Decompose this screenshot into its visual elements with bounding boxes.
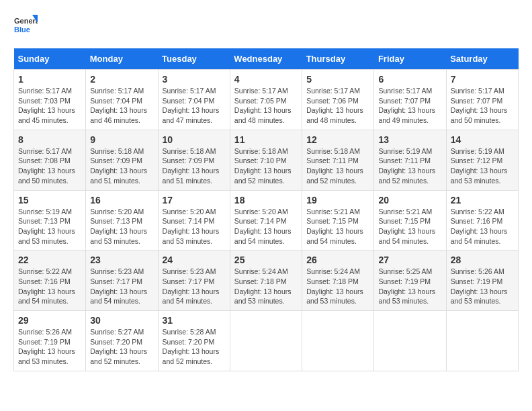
day-info: Sunrise: 5:19 AM Sunset: 7:12 PM Dayligh…	[451, 146, 514, 186]
day-info: Sunrise: 5:25 AM Sunset: 7:19 PM Dayligh…	[378, 267, 441, 306]
calendar-day-cell: 26 Sunrise: 5:24 AM Sunset: 7:18 PM Dayl…	[302, 250, 374, 311]
day-info: Sunrise: 5:17 AM Sunset: 7:07 PM Dayligh…	[378, 86, 441, 126]
calendar-week-row: 22 Sunrise: 5:22 AM Sunset: 7:16 PM Dayl…	[14, 250, 519, 311]
calendar-day-cell: 11 Sunrise: 5:18 AM Sunset: 7:10 PM Dayl…	[230, 130, 302, 190]
calendar-table: SundayMondayTuesdayWednesdayThursdayFrid…	[13, 48, 519, 371]
day-info: Sunrise: 5:17 AM Sunset: 7:08 PM Dayligh…	[18, 146, 81, 186]
day-number: 24	[163, 255, 226, 265]
day-number: 2	[90, 74, 153, 85]
calendar-day-cell: 7 Sunrise: 5:17 AM Sunset: 7:07 PM Dayli…	[446, 70, 518, 130]
day-info: Sunrise: 5:18 AM Sunset: 7:10 PM Dayligh…	[234, 146, 298, 186]
day-number: 8	[18, 134, 81, 145]
calendar-day-cell: 19 Sunrise: 5:21 AM Sunset: 7:15 PM Dayl…	[302, 190, 374, 250]
day-info: Sunrise: 5:17 AM Sunset: 7:05 PM Dayligh…	[234, 86, 298, 126]
day-number: 7	[451, 74, 514, 85]
day-info: Sunrise: 5:18 AM Sunset: 7:09 PM Dayligh…	[163, 146, 226, 186]
day-info: Sunrise: 5:21 AM Sunset: 7:15 PM Dayligh…	[306, 207, 369, 246]
weekday-header-cell: Friday	[374, 48, 446, 70]
day-number: 18	[234, 195, 298, 205]
day-info: Sunrise: 5:17 AM Sunset: 7:04 PM Dayligh…	[163, 86, 226, 126]
calendar-day-cell: 9 Sunrise: 5:18 AM Sunset: 7:09 PM Dayli…	[86, 130, 158, 190]
logo-graphic: General Blue	[13, 13, 38, 38]
day-info: Sunrise: 5:23 AM Sunset: 7:17 PM Dayligh…	[163, 267, 226, 306]
calendar-day-cell	[230, 311, 302, 371]
day-info: Sunrise: 5:20 AM Sunset: 7:13 PM Dayligh…	[90, 207, 153, 246]
day-info: Sunrise: 5:22 AM Sunset: 7:16 PM Dayligh…	[451, 207, 514, 246]
weekday-header-cell: Saturday	[446, 48, 518, 70]
day-number: 17	[163, 195, 226, 205]
weekday-header-row: SundayMondayTuesdayWednesdayThursdayFrid…	[14, 48, 519, 70]
day-info: Sunrise: 5:18 AM Sunset: 7:09 PM Dayligh…	[90, 146, 153, 186]
day-info: Sunrise: 5:18 AM Sunset: 7:11 PM Dayligh…	[306, 146, 369, 186]
day-number: 29	[18, 315, 81, 326]
day-number: 15	[18, 195, 81, 205]
calendar-day-cell	[302, 311, 374, 371]
day-number: 6	[378, 74, 441, 85]
calendar-week-row: 15 Sunrise: 5:19 AM Sunset: 7:13 PM Dayl…	[14, 190, 519, 250]
day-info: Sunrise: 5:17 AM Sunset: 7:03 PM Dayligh…	[18, 86, 81, 126]
day-info: Sunrise: 5:19 AM Sunset: 7:11 PM Dayligh…	[378, 146, 441, 186]
day-info: Sunrise: 5:19 AM Sunset: 7:13 PM Dayligh…	[18, 207, 81, 246]
calendar-day-cell: 17 Sunrise: 5:20 AM Sunset: 7:14 PM Dayl…	[158, 190, 230, 250]
calendar-day-cell: 13 Sunrise: 5:19 AM Sunset: 7:11 PM Dayl…	[374, 130, 446, 190]
day-number: 26	[306, 255, 369, 265]
day-info: Sunrise: 5:20 AM Sunset: 7:14 PM Dayligh…	[234, 207, 298, 246]
calendar-week-row: 8 Sunrise: 5:17 AM Sunset: 7:08 PM Dayli…	[14, 130, 519, 190]
day-number: 3	[163, 74, 226, 85]
day-number: 14	[451, 134, 514, 145]
calendar-day-cell	[374, 311, 446, 371]
day-info: Sunrise: 5:24 AM Sunset: 7:18 PM Dayligh…	[306, 267, 369, 306]
day-number: 25	[234, 255, 298, 265]
weekday-header-cell: Wednesday	[230, 48, 302, 70]
calendar-day-cell: 5 Sunrise: 5:17 AM Sunset: 7:06 PM Dayli…	[302, 70, 374, 130]
calendar-day-cell: 20 Sunrise: 5:21 AM Sunset: 7:15 PM Dayl…	[374, 190, 446, 250]
calendar-day-cell: 30 Sunrise: 5:27 AM Sunset: 7:20 PM Dayl…	[86, 311, 158, 371]
calendar-day-cell: 6 Sunrise: 5:17 AM Sunset: 7:07 PM Dayli…	[374, 70, 446, 130]
calendar-day-cell: 2 Sunrise: 5:17 AM Sunset: 7:04 PM Dayli…	[86, 70, 158, 130]
day-number: 9	[90, 134, 153, 145]
day-info: Sunrise: 5:17 AM Sunset: 7:06 PM Dayligh…	[306, 86, 369, 126]
calendar-day-cell: 1 Sunrise: 5:17 AM Sunset: 7:03 PM Dayli…	[14, 70, 86, 130]
day-number: 19	[306, 195, 369, 205]
day-number: 11	[234, 134, 298, 145]
day-number: 23	[90, 255, 153, 265]
calendar-day-cell: 3 Sunrise: 5:17 AM Sunset: 7:04 PM Dayli…	[158, 70, 230, 130]
logo: General Blue	[13, 13, 38, 38]
calendar-day-cell: 31 Sunrise: 5:28 AM Sunset: 7:20 PM Dayl…	[158, 311, 230, 371]
calendar-day-cell: 28 Sunrise: 5:26 AM Sunset: 7:19 PM Dayl…	[446, 250, 518, 311]
calendar-day-cell: 10 Sunrise: 5:18 AM Sunset: 7:09 PM Dayl…	[158, 130, 230, 190]
day-info: Sunrise: 5:21 AM Sunset: 7:15 PM Dayligh…	[378, 207, 441, 246]
calendar-day-cell: 18 Sunrise: 5:20 AM Sunset: 7:14 PM Dayl…	[230, 190, 302, 250]
day-number: 28	[451, 255, 514, 265]
calendar-day-cell: 22 Sunrise: 5:22 AM Sunset: 7:16 PM Dayl…	[14, 250, 86, 311]
day-number: 30	[90, 315, 153, 326]
weekday-header-cell: Monday	[86, 48, 158, 70]
calendar-day-cell: 23 Sunrise: 5:23 AM Sunset: 7:17 PM Dayl…	[86, 250, 158, 311]
calendar-day-cell: 25 Sunrise: 5:24 AM Sunset: 7:18 PM Dayl…	[230, 250, 302, 311]
calendar-day-cell: 12 Sunrise: 5:18 AM Sunset: 7:11 PM Dayl…	[302, 130, 374, 190]
calendar-day-cell: 8 Sunrise: 5:17 AM Sunset: 7:08 PM Dayli…	[14, 130, 86, 190]
calendar-day-cell: 24 Sunrise: 5:23 AM Sunset: 7:17 PM Dayl…	[158, 250, 230, 311]
day-number: 22	[18, 255, 81, 265]
day-number: 10	[163, 134, 226, 145]
day-info: Sunrise: 5:20 AM Sunset: 7:14 PM Dayligh…	[163, 207, 226, 246]
calendar-day-cell: 21 Sunrise: 5:22 AM Sunset: 7:16 PM Dayl…	[446, 190, 518, 250]
day-number: 27	[378, 255, 441, 265]
day-info: Sunrise: 5:24 AM Sunset: 7:18 PM Dayligh…	[234, 267, 298, 306]
day-info: Sunrise: 5:26 AM Sunset: 7:19 PM Dayligh…	[18, 327, 81, 367]
page-header: General Blue	[13, 13, 519, 38]
calendar-body: 1 Sunrise: 5:17 AM Sunset: 7:03 PM Dayli…	[14, 70, 519, 371]
day-info: Sunrise: 5:22 AM Sunset: 7:16 PM Dayligh…	[18, 267, 81, 306]
day-info: Sunrise: 5:27 AM Sunset: 7:20 PM Dayligh…	[90, 327, 153, 367]
day-number: 20	[378, 195, 441, 205]
calendar-day-cell: 27 Sunrise: 5:25 AM Sunset: 7:19 PM Dayl…	[374, 250, 446, 311]
calendar-day-cell: 15 Sunrise: 5:19 AM Sunset: 7:13 PM Dayl…	[14, 190, 86, 250]
calendar-day-cell: 16 Sunrise: 5:20 AM Sunset: 7:13 PM Dayl…	[86, 190, 158, 250]
day-number: 21	[451, 195, 514, 205]
day-number: 5	[306, 74, 369, 85]
day-info: Sunrise: 5:26 AM Sunset: 7:19 PM Dayligh…	[451, 267, 514, 306]
day-number: 1	[18, 74, 81, 85]
day-number: 31	[163, 315, 226, 326]
day-info: Sunrise: 5:17 AM Sunset: 7:07 PM Dayligh…	[451, 86, 514, 126]
day-number: 4	[234, 74, 298, 85]
